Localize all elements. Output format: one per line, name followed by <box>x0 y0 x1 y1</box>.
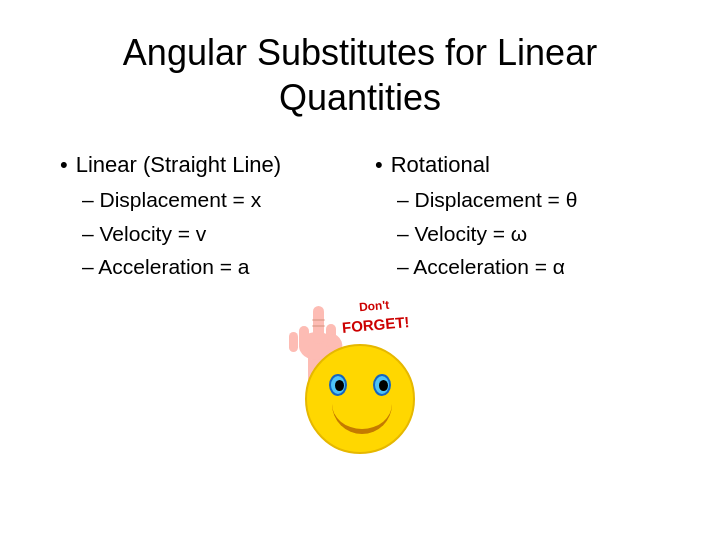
smile <box>332 404 392 434</box>
left-header-text: Linear (Straight Line) <box>76 148 281 181</box>
right-header-text: Rotational <box>391 148 490 181</box>
slide: Angular Substitutes for Linear Quantitie… <box>0 0 720 540</box>
left-item-3: – Acceleration = a <box>60 250 365 284</box>
svg-rect-5 <box>289 332 298 352</box>
right-item-1: – Displacement = θ <box>375 183 680 217</box>
svg-rect-2 <box>313 306 324 344</box>
smiley-face <box>305 344 415 454</box>
svg-rect-4 <box>299 326 309 350</box>
column-right: • Rotational – Displacement = θ – Veloci… <box>365 148 680 284</box>
pupil-left <box>335 380 344 391</box>
bullet-dot-right: • <box>375 148 383 181</box>
slide-title: Angular Substitutes for Linear Quantitie… <box>40 30 680 120</box>
column-left: • Linear (Straight Line) – Displacement … <box>40 148 365 284</box>
image-area: Don't FORGET! <box>40 294 680 454</box>
left-item-1: – Displacement = x <box>60 183 365 217</box>
left-item-2: – Velocity = v <box>60 217 365 251</box>
content-area: • Linear (Straight Line) – Displacement … <box>40 148 680 284</box>
right-item-2: – Velocity = ω <box>375 217 680 251</box>
eye-left <box>329 374 347 396</box>
right-bullet-header: • Rotational <box>375 148 680 181</box>
pupil-right <box>379 380 388 391</box>
right-item-3: – Acceleration = α <box>375 250 680 284</box>
left-bullet-header: • Linear (Straight Line) <box>60 148 365 181</box>
eye-right <box>373 374 391 396</box>
bullet-dot-left: • <box>60 148 68 181</box>
emoji-illustration: Don't FORGET! <box>280 294 440 454</box>
